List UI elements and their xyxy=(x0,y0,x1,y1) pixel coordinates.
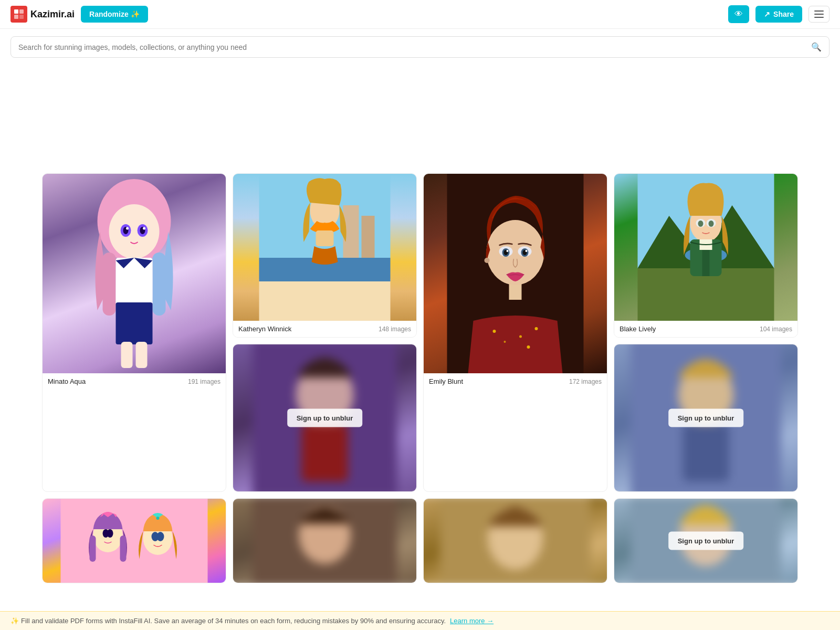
banner-text: Fill and validate PDF forms with InstaFi… xyxy=(21,617,446,625)
blake-image xyxy=(614,174,797,321)
card-name: Katheryn Winnick xyxy=(238,325,291,333)
svg-point-42 xyxy=(504,341,506,343)
svg-point-40 xyxy=(519,335,522,338)
svg-point-71 xyxy=(156,517,160,520)
search-bar: 🔍 xyxy=(10,36,830,58)
card-katheryn-winnick[interactable]: Katheryn Winnick 148 images xyxy=(233,173,417,338)
share-button[interactable]: ↗ Share xyxy=(755,6,802,23)
card-label: Blake Lively 104 images xyxy=(614,321,797,337)
menu-bar-1 xyxy=(814,10,824,12)
search-button[interactable]: 🔍 xyxy=(811,42,822,52)
search-input[interactable] xyxy=(18,43,807,51)
logo-text: Kazimir.ai xyxy=(30,9,75,20)
svg-point-41 xyxy=(535,327,538,330)
emily-svg xyxy=(424,174,607,373)
svg-rect-18 xyxy=(121,342,133,368)
logo-svg xyxy=(13,8,25,20)
svg-rect-24 xyxy=(362,216,375,258)
card-count: 172 images xyxy=(569,378,602,385)
anime2-svg xyxy=(43,499,226,583)
emily-image xyxy=(424,174,607,373)
signup-unblur-button-2[interactable]: Sign up to unblur xyxy=(668,409,744,427)
minato-aqua-image xyxy=(43,174,226,373)
svg-rect-21 xyxy=(259,279,391,321)
blurred-image-3 xyxy=(233,498,417,583)
header: Kazimir.ai Randomize ✨ 👁 ↗ Share xyxy=(0,0,840,29)
svg-rect-19 xyxy=(136,342,148,368)
card-anime-2[interactable] xyxy=(42,498,226,583)
share-label: Share xyxy=(773,10,794,18)
blurred-image-4 xyxy=(423,498,607,583)
image-grid: Minato Aqua 191 images xyxy=(0,173,840,625)
svg-rect-2 xyxy=(14,15,18,19)
anime-figure-svg xyxy=(43,174,226,373)
share-icon: ↗ xyxy=(764,10,770,18)
svg-point-70 xyxy=(157,532,164,541)
svg-rect-17 xyxy=(116,302,153,344)
card-name: Blake Lively xyxy=(620,325,656,333)
menu-button[interactable] xyxy=(808,6,830,23)
svg-point-54 xyxy=(698,220,704,227)
menu-bar-3 xyxy=(814,17,824,18)
card-blurred-3[interactable] xyxy=(233,498,417,583)
card-blurred-2[interactable]: Sign up to unblur xyxy=(614,344,798,492)
svg-rect-62 xyxy=(61,499,208,583)
randomize-button[interactable]: Randomize ✨ xyxy=(81,6,148,23)
svg-rect-61 xyxy=(683,424,729,481)
svg-point-67 xyxy=(107,529,113,538)
svg-point-36 xyxy=(507,250,509,252)
empty-space xyxy=(0,58,840,173)
katheryn-svg xyxy=(233,174,416,321)
svg-rect-1 xyxy=(19,9,24,14)
svg-rect-3 xyxy=(19,15,24,19)
svg-rect-6 xyxy=(153,253,166,316)
svg-point-55 xyxy=(709,220,714,227)
svg-point-7 xyxy=(109,204,160,259)
svg-rect-5 xyxy=(103,253,116,316)
bottom-banner: ✨ Fill and validate PDF forms with Insta… xyxy=(0,611,840,625)
eye-button[interactable]: 👁 xyxy=(728,5,749,23)
card-minato-aqua[interactable]: Minato Aqua 191 images xyxy=(42,173,226,492)
svg-rect-26 xyxy=(316,230,334,246)
card-label: Katheryn Winnick 148 images xyxy=(233,321,416,337)
card-count: 191 images xyxy=(188,378,220,385)
signup-unblur-button-1[interactable]: Sign up to unblur xyxy=(287,409,363,427)
blake-svg xyxy=(614,174,797,321)
svg-point-43 xyxy=(527,345,530,349)
svg-rect-58 xyxy=(302,424,348,481)
search-container: 🔍 xyxy=(0,29,840,58)
card-emily-blunt[interactable]: Emily Blunt 172 images xyxy=(423,173,607,492)
svg-rect-0 xyxy=(14,9,18,14)
card-blurred-4[interactable] xyxy=(423,498,607,583)
svg-rect-64 xyxy=(90,536,96,562)
logo[interactable]: Kazimir.ai xyxy=(10,6,75,23)
svg-point-13 xyxy=(143,227,145,230)
masonry-grid: Minato Aqua 191 images xyxy=(42,173,798,583)
card-count: 148 images xyxy=(379,326,411,333)
card-blurred-1[interactable]: Sign up to unblur xyxy=(233,344,417,492)
anime-2-image xyxy=(43,499,226,583)
svg-rect-65 xyxy=(120,536,127,562)
menu-bar-2 xyxy=(814,14,824,15)
card-name: Minato Aqua xyxy=(48,377,86,385)
banner-link[interactable]: Learn more → xyxy=(450,617,494,625)
card-label: Emily Blunt 172 images xyxy=(424,373,607,390)
signup-unblur-button-3[interactable]: Sign up to unblur xyxy=(668,532,744,550)
svg-point-37 xyxy=(526,250,528,252)
blur-svg-4 xyxy=(423,498,607,583)
banner-icon: ✨ xyxy=(10,617,19,625)
card-blurred-5[interactable]: Sign up to unblur xyxy=(614,498,798,583)
blur-svg-3 xyxy=(233,498,417,583)
eye-icon: 👁 xyxy=(734,9,743,18)
card-name: Emily Blunt xyxy=(429,377,463,385)
search-icon: 🔍 xyxy=(811,43,822,51)
logo-icon xyxy=(10,6,27,23)
card-count: 104 images xyxy=(760,326,792,333)
katheryn-image xyxy=(233,174,416,321)
svg-point-39 xyxy=(493,330,496,333)
svg-point-12 xyxy=(126,227,129,230)
card-blake-lively[interactable]: Blake Lively 104 images xyxy=(614,173,798,338)
svg-point-38 xyxy=(485,258,490,263)
card-label: Minato Aqua 191 images xyxy=(43,373,226,390)
